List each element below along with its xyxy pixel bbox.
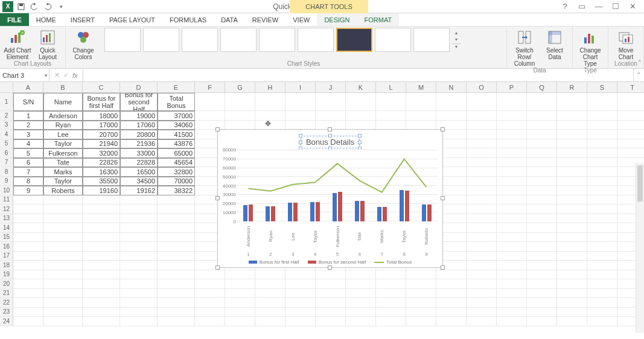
cell[interactable]: [436, 279, 467, 289]
cell[interactable]: [83, 223, 120, 233]
cell[interactable]: [467, 242, 497, 252]
col-header-C[interactable]: C: [83, 82, 120, 92]
cell[interactable]: [43, 298, 83, 308]
cell[interactable]: [158, 317, 195, 326]
cell[interactable]: [225, 317, 255, 326]
cell[interactable]: [195, 279, 225, 289]
cell[interactable]: [587, 111, 617, 121]
col-header-O[interactable]: O: [467, 82, 497, 92]
cell[interactable]: [436, 270, 467, 280]
cell[interactable]: [120, 195, 158, 205]
cell[interactable]: 19000: [120, 111, 158, 121]
cell[interactable]: [467, 298, 497, 308]
cell[interactable]: 32000: [83, 148, 120, 158]
cell[interactable]: Total Bonus: [158, 93, 195, 111]
col-header-G[interactable]: G: [225, 82, 255, 92]
row-header[interactable]: 2: [0, 111, 13, 121]
cell[interactable]: [120, 242, 158, 252]
cell[interactable]: [527, 139, 557, 149]
cell[interactable]: [195, 289, 225, 299]
cell[interactable]: [557, 148, 587, 158]
cell[interactable]: [587, 93, 617, 111]
cell[interactable]: [587, 261, 617, 270]
cell[interactable]: [316, 298, 346, 308]
cell[interactable]: [376, 93, 406, 111]
cell[interactable]: [346, 111, 376, 121]
cell[interactable]: [120, 298, 158, 308]
tab-format[interactable]: FORMAT: [357, 13, 400, 26]
cell[interactable]: [497, 223, 527, 233]
cell[interactable]: [467, 270, 497, 280]
cell[interactable]: Anderson: [43, 111, 83, 121]
cell[interactable]: [83, 289, 120, 299]
cell[interactable]: [255, 298, 285, 308]
cell[interactable]: [83, 214, 120, 224]
cell[interactable]: [255, 93, 285, 111]
cell[interactable]: [120, 214, 158, 224]
cell[interactable]: [467, 148, 497, 158]
cell[interactable]: [120, 289, 158, 299]
cell[interactable]: [467, 223, 497, 233]
row-header[interactable]: 22: [0, 298, 13, 308]
cell[interactable]: [467, 130, 497, 139]
row-header[interactable]: 12: [0, 204, 13, 214]
cell[interactable]: 43876: [158, 139, 195, 149]
cell[interactable]: [557, 111, 587, 121]
row-header[interactable]: 9: [0, 177, 13, 186]
cell[interactable]: [158, 308, 195, 317]
cell[interactable]: [436, 298, 467, 308]
cell[interactable]: [497, 167, 527, 177]
cell[interactable]: 34500: [120, 177, 158, 186]
cell[interactable]: [43, 308, 83, 317]
cell[interactable]: [527, 242, 557, 252]
chart-legend[interactable]: Bonus for first Half Bonus for second Ha…: [218, 259, 442, 265]
cancel-formula-icon[interactable]: ✕: [54, 71, 60, 79]
help-icon[interactable]: ?: [558, 2, 572, 11]
cell[interactable]: [285, 298, 316, 308]
cell[interactable]: [285, 308, 316, 317]
cell[interactable]: [346, 121, 376, 130]
cell[interactable]: [467, 279, 497, 289]
cell[interactable]: [497, 289, 527, 299]
embedded-chart[interactable]: Bonus Details 80000700006000050000400003…: [217, 129, 443, 268]
cell[interactable]: [557, 93, 587, 111]
cell[interactable]: [617, 121, 644, 130]
cell[interactable]: [195, 298, 225, 308]
cell[interactable]: [467, 204, 497, 214]
cell[interactable]: Tate: [43, 158, 83, 168]
qat-redo-icon[interactable]: [42, 1, 53, 12]
cell[interactable]: [316, 93, 346, 111]
cell[interactable]: [43, 252, 83, 261]
cell[interactable]: [83, 242, 120, 252]
cell[interactable]: [120, 270, 158, 280]
cell[interactable]: [43, 270, 83, 280]
col-header-B[interactable]: B: [43, 82, 83, 92]
cell[interactable]: [83, 233, 120, 242]
cell[interactable]: [195, 270, 225, 280]
cell[interactable]: [497, 93, 527, 111]
cell[interactable]: [587, 139, 617, 149]
cell[interactable]: [527, 111, 557, 121]
cell[interactable]: [557, 242, 587, 252]
cell[interactable]: [406, 317, 436, 326]
col-header-T[interactable]: T: [617, 82, 644, 92]
minimize-icon[interactable]: —: [592, 2, 605, 11]
chart-style-3[interactable]: [182, 28, 218, 52]
cell[interactable]: [617, 139, 644, 149]
cell[interactable]: [497, 270, 527, 280]
tab-view[interactable]: VIEW: [285, 13, 317, 26]
cell[interactable]: [158, 289, 195, 299]
cell[interactable]: [557, 289, 587, 299]
cell[interactable]: [83, 270, 120, 280]
chart-styles-more[interactable]: ▴ ▾ ▾: [452, 30, 461, 49]
add-chart-element-button[interactable]: + Add Chart Element: [4, 28, 31, 60]
cell[interactable]: [316, 289, 346, 299]
cell[interactable]: [285, 289, 316, 299]
cell[interactable]: [83, 308, 120, 317]
cell[interactable]: [225, 270, 255, 280]
col-header-E[interactable]: E: [158, 82, 195, 92]
cell[interactable]: [557, 317, 587, 326]
cell[interactable]: [497, 130, 527, 139]
cell[interactable]: [557, 298, 587, 308]
change-chart-type-button[interactable]: Change Chart Type: [576, 28, 604, 67]
